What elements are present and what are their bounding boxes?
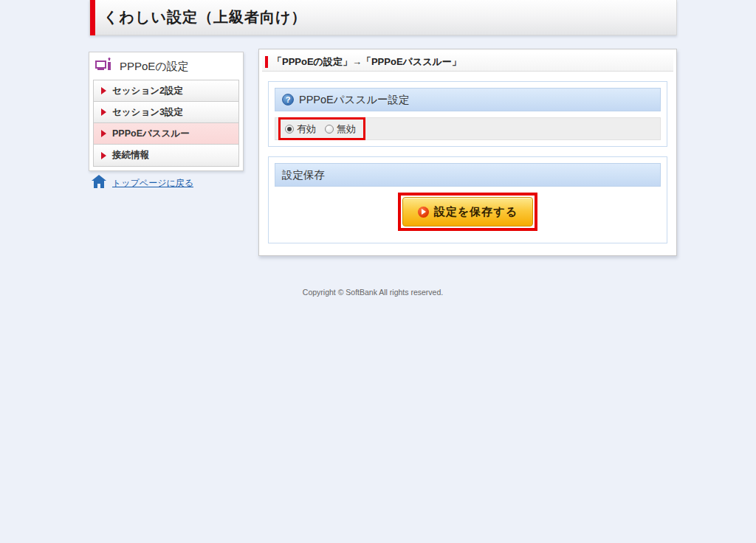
- arrow-right-icon: [101, 87, 106, 94]
- page-header: くわしい設定（上級者向け）: [89, 0, 677, 35]
- sidebar-item-label: セッション3設定: [112, 106, 183, 119]
- page-title: くわしい設定（上級者向け）: [103, 7, 306, 27]
- radio-disabled-input[interactable]: [325, 125, 334, 134]
- sidebar: PPPoEの設定 セッション2設定 セッション3設定 PPPoEパススルー 接続…: [89, 52, 244, 171]
- arrow-right-icon: [101, 130, 106, 137]
- sidebar-menu: セッション2設定 セッション3設定 PPPoEパススルー 接続情報: [93, 80, 239, 167]
- main-panel: 「PPPoEの設定」→「PPPoEパススルー」 ? PPPoEパススルー設定 有…: [258, 49, 677, 256]
- radio-enabled-input[interactable]: [285, 125, 294, 134]
- network-device-icon: [95, 58, 114, 75]
- passthrough-option-row: 有効 無効: [275, 117, 661, 140]
- sidebar-item-label: セッション2設定: [112, 85, 183, 97]
- arrow-right-icon: [101, 152, 106, 159]
- passthrough-section-header: ? PPPoEパススルー設定: [275, 88, 661, 111]
- save-settings-button[interactable]: 設定を保存する: [402, 197, 533, 226]
- radio-option-disabled[interactable]: 無効: [325, 122, 356, 136]
- sidebar-item-session2[interactable]: セッション2設定: [94, 80, 238, 102]
- breadcrumb: 「PPPoEの設定」→「PPPoEパススルー」: [262, 52, 673, 72]
- radio-option-enabled[interactable]: 有効: [285, 122, 316, 136]
- breadcrumb-accent-bar: [265, 56, 268, 68]
- header-accent-bar: [90, 0, 95, 35]
- radio-disabled-label: 無効: [337, 122, 356, 136]
- annotation-box-save-button: 設定を保存する: [398, 193, 537, 231]
- annotation-box-radios: 有効 無効: [278, 117, 365, 140]
- help-icon[interactable]: ?: [282, 94, 294, 106]
- breadcrumb-text: 「PPPoEの設定」→「PPPoEパススルー」: [272, 55, 461, 69]
- save-section-title: 設定保存: [282, 168, 325, 182]
- passthrough-section-title: PPPoEパススルー設定: [299, 93, 410, 107]
- sidebar-item-label: 接続情報: [112, 149, 149, 162]
- home-link-row: トップページに戻る: [92, 175, 193, 191]
- play-icon: [418, 207, 429, 218]
- page: くわしい設定（上級者向け） PPPoEの設定 セッション2設定: [0, 0, 756, 543]
- sidebar-item-session3[interactable]: セッション3設定: [94, 102, 238, 123]
- sidebar-header: PPPoEの設定: [89, 52, 243, 80]
- save-section: 設定保存 設定を保存する: [268, 156, 667, 243]
- save-button-label: 設定を保存する: [434, 205, 518, 219]
- home-icon[interactable]: [92, 175, 106, 191]
- radio-enabled-label: 有効: [297, 122, 316, 136]
- save-section-body: 設定を保存する: [275, 187, 661, 237]
- arrow-right-icon: [101, 108, 106, 116]
- copyright-text: Copyright © SoftBank All rights reserved…: [0, 288, 746, 297]
- sidebar-item-pppoe-passthrough[interactable]: PPPoEパススルー: [94, 123, 238, 145]
- sidebar-title: PPPoEの設定: [120, 60, 189, 74]
- sidebar-item-label: PPPoEパススルー: [112, 128, 190, 140]
- back-to-top-link[interactable]: トップページに戻る: [112, 177, 193, 190]
- save-section-header: 設定保存: [275, 163, 661, 187]
- passthrough-section: ? PPPoEパススルー設定 有効 無効: [268, 81, 667, 147]
- sidebar-item-connection-info[interactable]: 接続情報: [94, 145, 238, 166]
